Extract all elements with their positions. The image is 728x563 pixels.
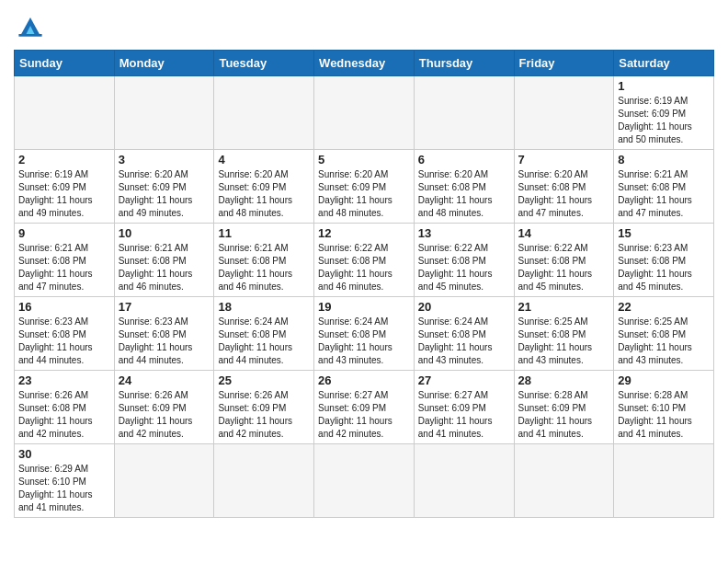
- calendar-cell: 24Sunrise: 6:26 AMSunset: 6:09 PMDayligh…: [114, 371, 214, 444]
- calendar-week-5: 23Sunrise: 6:26 AMSunset: 6:08 PMDayligh…: [15, 371, 714, 444]
- calendar-cell: 25Sunrise: 6:26 AMSunset: 6:09 PMDayligh…: [214, 371, 314, 444]
- day-number: 25: [218, 373, 310, 387]
- calendar-cell: 23Sunrise: 6:26 AMSunset: 6:08 PMDayligh…: [15, 371, 115, 444]
- day-info: Sunrise: 6:25 AMSunset: 6:08 PMDaylight:…: [518, 316, 610, 367]
- day-info: Sunrise: 6:23 AMSunset: 6:08 PMDaylight:…: [18, 316, 110, 367]
- day-info: Sunrise: 6:23 AMSunset: 6:08 PMDaylight:…: [618, 242, 710, 293]
- calendar-cell: 30Sunrise: 6:29 AMSunset: 6:10 PMDayligh…: [15, 444, 115, 518]
- day-info: Sunrise: 6:24 AMSunset: 6:08 PMDaylight:…: [418, 316, 510, 367]
- day-number: 30: [18, 447, 110, 461]
- calendar-header-wednesday: Wednesday: [314, 51, 415, 76]
- day-info: Sunrise: 6:23 AMSunset: 6:08 PMDaylight:…: [119, 316, 210, 367]
- day-number: 24: [119, 373, 210, 387]
- calendar-cell: 9Sunrise: 6:21 AMSunset: 6:08 PMDaylight…: [15, 224, 115, 297]
- day-number: 4: [218, 153, 310, 167]
- calendar-cell: [314, 444, 415, 518]
- day-number: 18: [218, 300, 310, 314]
- day-info: Sunrise: 6:21 AMSunset: 6:08 PMDaylight:…: [119, 242, 210, 293]
- calendar-cell: 26Sunrise: 6:27 AMSunset: 6:09 PMDayligh…: [314, 371, 415, 444]
- header: [14, 9, 714, 42]
- day-info: Sunrise: 6:21 AMSunset: 6:08 PMDaylight:…: [18, 242, 110, 293]
- calendar-cell: 20Sunrise: 6:24 AMSunset: 6:08 PMDayligh…: [414, 297, 514, 371]
- day-info: Sunrise: 6:22 AMSunset: 6:08 PMDaylight:…: [518, 242, 610, 293]
- calendar-week-3: 9Sunrise: 6:21 AMSunset: 6:08 PMDaylight…: [15, 224, 714, 297]
- day-info: Sunrise: 6:24 AMSunset: 6:08 PMDaylight:…: [318, 316, 410, 367]
- day-number: 20: [418, 300, 510, 314]
- day-number: 27: [418, 373, 510, 387]
- day-number: 5: [318, 153, 410, 167]
- calendar-cell: 28Sunrise: 6:28 AMSunset: 6:09 PMDayligh…: [514, 371, 614, 444]
- day-number: 3: [119, 153, 210, 167]
- calendar-cell: [314, 76, 415, 150]
- calendar-cell: 27Sunrise: 6:27 AMSunset: 6:09 PMDayligh…: [414, 371, 514, 444]
- calendar-cell: [414, 444, 514, 518]
- calendar-cell: [514, 444, 614, 518]
- day-info: Sunrise: 6:26 AMSunset: 6:08 PMDaylight:…: [18, 389, 110, 441]
- calendar-cell: 29Sunrise: 6:28 AMSunset: 6:10 PMDayligh…: [614, 371, 714, 444]
- day-number: 22: [618, 300, 710, 314]
- day-number: 2: [18, 153, 110, 167]
- day-info: Sunrise: 6:19 AMSunset: 6:09 PMDaylight:…: [18, 168, 110, 220]
- day-info: Sunrise: 6:20 AMSunset: 6:09 PMDaylight:…: [119, 168, 210, 220]
- calendar-cell: [214, 76, 314, 150]
- day-number: 29: [618, 373, 710, 387]
- logo: [14, 9, 51, 42]
- calendar-cell: 10Sunrise: 6:21 AMSunset: 6:08 PMDayligh…: [114, 224, 214, 297]
- day-number: 28: [518, 373, 610, 387]
- day-info: Sunrise: 6:19 AMSunset: 6:09 PMDaylight:…: [618, 95, 710, 146]
- calendar-cell: [514, 76, 614, 150]
- day-number: 1: [618, 79, 710, 93]
- calendar-cell: [114, 76, 214, 150]
- day-info: Sunrise: 6:27 AMSunset: 6:09 PMDaylight:…: [318, 389, 410, 441]
- day-info: Sunrise: 6:22 AMSunset: 6:08 PMDaylight:…: [318, 242, 410, 293]
- calendar-header-tuesday: Tuesday: [214, 51, 314, 76]
- day-info: Sunrise: 6:26 AMSunset: 6:09 PMDaylight:…: [218, 389, 310, 441]
- day-number: 16: [18, 300, 110, 314]
- day-info: Sunrise: 6:25 AMSunset: 6:08 PMDaylight:…: [618, 316, 710, 367]
- calendar-cell: 1Sunrise: 6:19 AMSunset: 6:09 PMDaylight…: [614, 76, 714, 150]
- calendar-cell: 5Sunrise: 6:20 AMSunset: 6:09 PMDaylight…: [314, 150, 415, 224]
- day-info: Sunrise: 6:28 AMSunset: 6:10 PMDaylight:…: [618, 389, 710, 441]
- day-info: Sunrise: 6:20 AMSunset: 6:09 PMDaylight:…: [318, 168, 410, 220]
- day-info: Sunrise: 6:21 AMSunset: 6:08 PMDaylight:…: [218, 242, 310, 293]
- calendar-cell: [414, 76, 514, 150]
- day-number: 11: [218, 226, 310, 240]
- calendar-week-1: 1Sunrise: 6:19 AMSunset: 6:09 PMDaylight…: [15, 76, 714, 150]
- day-info: Sunrise: 6:20 AMSunset: 6:08 PMDaylight:…: [518, 168, 610, 220]
- day-number: 9: [18, 226, 110, 240]
- day-info: Sunrise: 6:28 AMSunset: 6:09 PMDaylight:…: [518, 389, 610, 441]
- calendar-cell: 22Sunrise: 6:25 AMSunset: 6:08 PMDayligh…: [614, 297, 714, 371]
- calendar-cell: 14Sunrise: 6:22 AMSunset: 6:08 PMDayligh…: [514, 224, 614, 297]
- calendar-cell: 2Sunrise: 6:19 AMSunset: 6:09 PMDaylight…: [15, 150, 115, 224]
- calendar-header-thursday: Thursday: [414, 51, 514, 76]
- calendar-cell: 3Sunrise: 6:20 AMSunset: 6:09 PMDaylight…: [114, 150, 214, 224]
- svg-rect-2: [18, 34, 41, 37]
- day-info: Sunrise: 6:20 AMSunset: 6:08 PMDaylight:…: [418, 168, 510, 220]
- page: SundayMondayTuesdayWednesdayThursdayFrid…: [0, 0, 728, 527]
- calendar-header-saturday: Saturday: [614, 51, 714, 76]
- calendar-cell: 4Sunrise: 6:20 AMSunset: 6:09 PMDaylight…: [214, 150, 314, 224]
- calendar-cell: 12Sunrise: 6:22 AMSunset: 6:08 PMDayligh…: [314, 224, 415, 297]
- day-info: Sunrise: 6:20 AMSunset: 6:09 PMDaylight:…: [218, 168, 310, 220]
- calendar-header-monday: Monday: [114, 51, 214, 76]
- day-number: 15: [618, 226, 710, 240]
- calendar-cell: 16Sunrise: 6:23 AMSunset: 6:08 PMDayligh…: [15, 297, 115, 371]
- day-number: 23: [18, 373, 110, 387]
- day-number: 6: [418, 153, 510, 167]
- calendar-cell: [15, 76, 115, 150]
- generalblue-logo-icon: [14, 9, 47, 42]
- day-number: 8: [618, 153, 710, 167]
- day-number: 19: [318, 300, 410, 314]
- calendar-cell: 21Sunrise: 6:25 AMSunset: 6:08 PMDayligh…: [514, 297, 614, 371]
- day-number: 26: [318, 373, 410, 387]
- day-number: 10: [119, 226, 210, 240]
- calendar-cell: 6Sunrise: 6:20 AMSunset: 6:08 PMDaylight…: [414, 150, 514, 224]
- calendar-cell: 8Sunrise: 6:21 AMSunset: 6:08 PMDaylight…: [614, 150, 714, 224]
- calendar-cell: [614, 444, 714, 518]
- day-number: 17: [119, 300, 210, 314]
- calendar-table: SundayMondayTuesdayWednesdayThursdayFrid…: [14, 50, 714, 518]
- day-number: 7: [518, 153, 610, 167]
- day-info: Sunrise: 6:26 AMSunset: 6:09 PMDaylight:…: [119, 389, 210, 441]
- day-info: Sunrise: 6:24 AMSunset: 6:08 PMDaylight:…: [218, 316, 310, 367]
- day-number: 12: [318, 226, 410, 240]
